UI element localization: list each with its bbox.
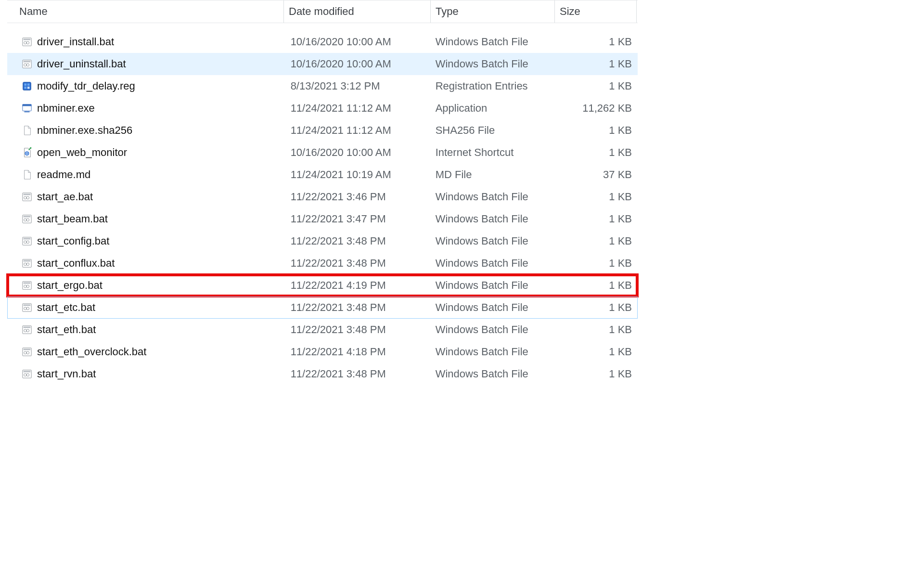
- file-name: start_etc.bat: [37, 301, 95, 314]
- file-date: 11/22/2021 3:48 PM: [286, 368, 431, 380]
- file-size: 1 KB: [554, 323, 638, 336]
- file-name: start_beam.bat: [37, 213, 108, 225]
- file-size: 1 KB: [554, 346, 638, 358]
- file-type: Windows Batch File: [431, 191, 554, 203]
- file-name-cell: nbminer.exe.sha256: [7, 124, 286, 137]
- file-name: start_eth.bat: [37, 323, 96, 336]
- file-row[interactable]: start_beam.bat11/22/2021 3:47 PMWindows …: [7, 208, 638, 230]
- file-date: 11/22/2021 3:48 PM: [286, 323, 431, 336]
- column-header-row: ⌃ Name Date modified Type Size: [7, 0, 638, 23]
- file-type: Registration Entries: [431, 80, 554, 92]
- file-name-cell: start_config.bat: [7, 235, 286, 247]
- file-row[interactable]: nbminer.exe11/24/2021 11:12 AMApplicatio…: [7, 97, 638, 119]
- file-name: start_conflux.bat: [37, 257, 115, 270]
- file-size: 11,262 KB: [554, 102, 638, 115]
- file-row[interactable]: open_web_monitor10/16/2020 10:00 AMInter…: [7, 142, 638, 164]
- bat-icon: [22, 59, 32, 69]
- file-type: Windows Batch File: [431, 301, 554, 314]
- file-row[interactable]: readme.md11/24/2021 10:19 AMMD File37 KB: [7, 164, 638, 186]
- file-row[interactable]: start_etc.bat11/22/2021 3:48 PMWindows B…: [7, 297, 638, 319]
- file-name: open_web_monitor: [37, 146, 127, 159]
- file-row[interactable]: start_conflux.bat11/22/2021 3:48 PMWindo…: [7, 252, 638, 274]
- file-row[interactable]: start_eth.bat11/22/2021 3:48 PMWindows B…: [7, 319, 638, 341]
- file-size: 1 KB: [554, 279, 638, 292]
- file-type: Windows Batch File: [431, 36, 554, 48]
- file-row[interactable]: start_ergo.bat11/22/2021 4:19 PMWindows …: [7, 274, 638, 297]
- bat-icon: [22, 192, 32, 202]
- sort-caret-icon: ⌃: [142, 0, 149, 0]
- file-name: driver_uninstall.bat: [37, 58, 126, 70]
- file-type: MD File: [431, 168, 554, 181]
- column-header-name[interactable]: ⌃ Name: [7, 0, 284, 23]
- file-date: 10/16/2020 10:00 AM: [286, 146, 431, 159]
- file-name-cell: nbminer.exe: [7, 102, 286, 115]
- column-header-size[interactable]: Size: [555, 0, 637, 23]
- file-name-cell: driver_install.bat: [7, 36, 286, 48]
- bat-icon: [22, 347, 32, 357]
- file-size: 1 KB: [554, 301, 638, 314]
- file-type: Windows Batch File: [431, 368, 554, 380]
- file-date: 11/24/2021 10:19 AM: [286, 168, 431, 181]
- file-list-panel: ⌃ Name Date modified Type Size driver_in…: [7, 0, 638, 395]
- file-row[interactable]: start_rvn.bat11/22/2021 3:48 PMWindows B…: [7, 363, 638, 385]
- file-row[interactable]: nbminer.exe.sha25611/24/2021 11:12 AMSHA…: [7, 119, 638, 142]
- file-name-cell: start_ergo.bat: [7, 279, 286, 292]
- file-type: Windows Batch File: [431, 58, 554, 70]
- file-row[interactable]: driver_install.bat10/16/2020 10:00 AMWin…: [7, 31, 638, 53]
- file-name-cell: start_eth_overclock.bat: [7, 346, 286, 358]
- column-header-type[interactable]: Type: [431, 0, 555, 23]
- bat-icon: [22, 369, 32, 379]
- file-date: 11/22/2021 4:18 PM: [286, 346, 431, 358]
- file-date: 11/24/2021 11:12 AM: [286, 124, 431, 137]
- file-name: start_eth_overclock.bat: [37, 346, 146, 358]
- file-name-cell: modify_tdr_delay.reg: [7, 80, 286, 92]
- file-type: Windows Batch File: [431, 235, 554, 247]
- file-row[interactable]: start_ae.bat11/22/2021 3:46 PMWindows Ba…: [7, 186, 638, 208]
- file-icon: [22, 125, 32, 136]
- file-type: Windows Batch File: [431, 257, 554, 270]
- file-row[interactable]: driver_uninstall.bat10/16/2020 10:00 AMW…: [7, 53, 638, 75]
- bat-icon: [22, 258, 32, 269]
- file-type: Internet Shortcut: [431, 146, 554, 159]
- file-name: start_config.bat: [37, 235, 109, 247]
- file-type: SHA256 File: [431, 124, 554, 137]
- file-type: Windows Batch File: [431, 346, 554, 358]
- file-name: readme.md: [37, 168, 90, 181]
- file-name-cell: readme.md: [7, 168, 286, 181]
- bat-icon: [22, 236, 32, 246]
- file-size: 1 KB: [554, 257, 638, 270]
- bat-icon: [22, 214, 32, 224]
- bat-icon: [22, 302, 32, 313]
- file-name: nbminer.exe: [37, 102, 95, 115]
- file-name: start_ae.bat: [37, 191, 93, 203]
- file-name-cell: start_conflux.bat: [7, 257, 286, 270]
- file-type: Windows Batch File: [431, 323, 554, 336]
- column-header-type-label: Type: [436, 5, 459, 18]
- file-date: 8/13/2021 3:12 PM: [286, 80, 431, 92]
- file-size: 37 KB: [554, 168, 638, 181]
- column-header-date-label: Date modified: [289, 5, 354, 18]
- file-row[interactable]: modify_tdr_delay.reg8/13/2021 3:12 PMReg…: [7, 75, 638, 97]
- file-row[interactable]: start_config.bat11/22/2021 3:48 PMWindow…: [7, 230, 638, 252]
- file-date: 11/22/2021 3:47 PM: [286, 213, 431, 225]
- file-name-cell: start_rvn.bat: [7, 368, 286, 380]
- file-name: driver_install.bat: [37, 36, 114, 48]
- file-type: Windows Batch File: [431, 279, 554, 292]
- file-size: 1 KB: [554, 80, 638, 92]
- bat-icon: [22, 324, 32, 335]
- column-header-date[interactable]: Date modified: [284, 0, 431, 23]
- file-name: start_ergo.bat: [37, 279, 103, 292]
- file-row[interactable]: start_eth_overclock.bat11/22/2021 4:18 P…: [7, 341, 638, 363]
- file-size: 1 KB: [554, 36, 638, 48]
- file-date: 10/16/2020 10:00 AM: [286, 58, 431, 70]
- file-size: 1 KB: [554, 191, 638, 203]
- bat-icon: [22, 280, 32, 291]
- reg-icon: [22, 81, 32, 91]
- file-type: Application: [431, 102, 554, 115]
- file-date: 11/22/2021 3:48 PM: [286, 257, 431, 270]
- file-name: modify_tdr_delay.reg: [37, 80, 135, 92]
- column-header-size-label: Size: [560, 5, 580, 18]
- file-date: 11/24/2021 11:12 AM: [286, 102, 431, 115]
- file-date: 11/22/2021 3:48 PM: [286, 235, 431, 247]
- bat-icon: [22, 37, 32, 47]
